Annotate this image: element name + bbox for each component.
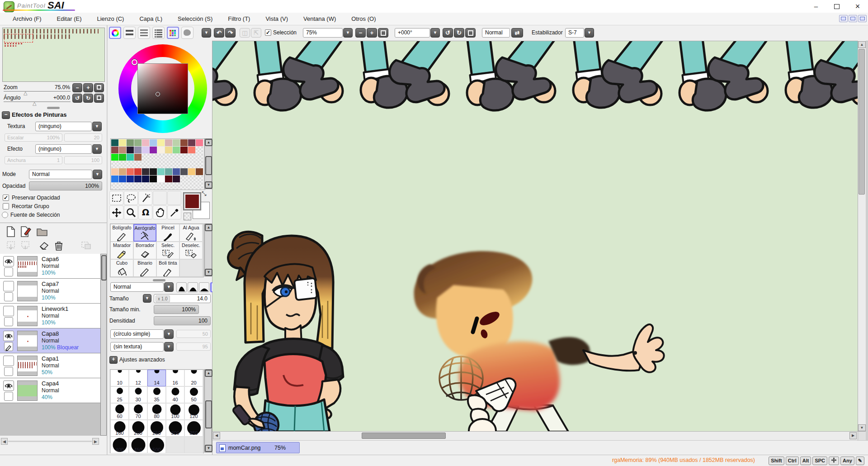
window-layout-button-3[interactable] [858, 15, 867, 22]
brush-shape-select[interactable]: (círculo simple) [110, 329, 164, 339]
swatch-3-8[interactable] [173, 161, 180, 168]
canvas-horizontal-scrollbar[interactable] [212, 431, 858, 440]
brush-shape-select-arrow[interactable]: ▼ [164, 329, 174, 339]
layer-row-capa8[interactable]: Capa8Normal100% Bloquear [0, 328, 100, 353]
brush-size-350[interactable]: 350 [184, 420, 203, 437]
brush-tip-shape-1[interactable] [176, 282, 187, 292]
swatch-4-0[interactable] [111, 168, 118, 175]
layers-scroll-right-arrow[interactable]: ▶ [92, 438, 99, 445]
swatch-2-5[interactable] [150, 154, 157, 161]
layer-row-capa4[interactable]: Capa4Normal40% [0, 378, 100, 403]
brush-size-25[interactable]: 25 [110, 386, 129, 403]
lasso-tool[interactable] [124, 191, 138, 205]
swap-colors-icon[interactable]: ⤡ [202, 190, 206, 197]
flip-horizontal-button[interactable]: ⇄ [511, 28, 523, 38]
navigator-rotate-ccw-button[interactable]: ↺ [72, 94, 82, 103]
effect-select[interactable]: (ninguno) [35, 144, 92, 154]
zoom-tool[interactable] [124, 205, 138, 219]
swatch-3-1[interactable] [119, 161, 126, 168]
swatch-0-10[interactable] [188, 139, 195, 146]
swatch-2-11[interactable] [196, 154, 203, 161]
layers-vertical-scrollbar[interactable] [100, 254, 107, 436]
swatch-6-6[interactable] [157, 183, 165, 190]
swatch-5-8[interactable] [173, 176, 180, 182]
clear-layer-icon[interactable] [38, 240, 50, 251]
swatch-5-9[interactable] [180, 176, 188, 182]
swatch-2-6[interactable] [157, 154, 165, 161]
brush-selec-[interactable]: Selec.S [156, 242, 179, 259]
swatch-3-4[interactable] [142, 161, 149, 168]
menu-vista[interactable]: Vista (V) [265, 15, 288, 22]
swatch-1-9[interactable] [180, 147, 188, 153]
brush-blend-select-arrow[interactable]: ▼ [164, 282, 174, 292]
layer-visibility-toggle[interactable] [3, 281, 14, 291]
menu-filtro[interactable]: Filtro (T) [228, 15, 250, 22]
swatch-1-2[interactable] [127, 147, 134, 153]
swatch-5-6[interactable] [157, 176, 165, 182]
minimize-button[interactable]: – [806, 0, 826, 13]
swatch-6-2[interactable] [127, 183, 134, 190]
brush-size-200[interactable]: 200 [129, 420, 147, 437]
swatch-1-6[interactable] [157, 147, 165, 153]
hue-ring-marker[interactable] [132, 59, 137, 65]
paint-effects-collapse-button[interactable]: − [2, 111, 10, 119]
swatch-3-0[interactable] [111, 161, 118, 168]
menu-editar[interactable]: Editar (E) [57, 15, 82, 22]
swatch-0-4[interactable] [142, 139, 149, 146]
texture-select[interactable]: (ninguno) [35, 122, 92, 131]
brush-boli-grafo[interactable]: Bolígrafo [110, 224, 133, 242]
drawing-canvas[interactable] [212, 41, 858, 432]
hand-tool[interactable] [153, 205, 167, 219]
swatch-4-1[interactable] [119, 168, 126, 175]
swatch-2-7[interactable] [165, 154, 172, 161]
swatch-6-3[interactable] [134, 183, 142, 190]
selection-source-radio[interactable] [2, 212, 8, 218]
menu-capa[interactable]: Capa (L) [139, 15, 162, 22]
swatch-1-3[interactable] [134, 147, 142, 153]
scroll-left-arrow[interactable]: ◀ [213, 432, 220, 439]
primary-color-swatch[interactable] [184, 193, 201, 210]
swatch-6-4[interactable] [142, 183, 149, 190]
clipping-group-checkbox[interactable] [3, 203, 9, 209]
swatch-0-11[interactable] [196, 139, 203, 146]
navigator-rotate-cw-button[interactable]: ↻ [83, 94, 93, 103]
zoom-reset-button[interactable] [378, 28, 388, 38]
swatch-0-9[interactable] [180, 139, 188, 146]
zoom-select-arrow[interactable]: ▼ [343, 28, 353, 38]
brush-size-300[interactable]: 300 [166, 420, 184, 437]
swatch-0-2[interactable] [127, 139, 134, 146]
angle-reset-button[interactable] [465, 28, 476, 38]
zoom-slider-handle[interactable]: △ [24, 90, 27, 96]
layer-extra-toggle[interactable] [4, 342, 13, 351]
swatch-6-0[interactable] [111, 183, 118, 190]
swatch-0-8[interactable] [173, 139, 180, 146]
brush-size-16[interactable]: 16 [166, 370, 184, 386]
swatch-3-6[interactable] [157, 161, 165, 168]
menu-lienzo[interactable]: Lienzo (C) [97, 15, 124, 22]
swatch-6-10[interactable] [188, 183, 195, 190]
brush-size-250[interactable]: 250 [147, 420, 166, 437]
scroll-down-arrow[interactable]: ▼ [858, 424, 866, 431]
advanced-settings-expand-button[interactable]: + [109, 356, 118, 364]
swatch-3-5[interactable] [150, 161, 157, 168]
selection-checkbox[interactable]: ✓ [265, 29, 271, 36]
swatch-2-8[interactable] [173, 154, 180, 161]
brush-size-60[interactable]: 60 [110, 403, 129, 420]
swatch-6-7[interactable] [165, 183, 172, 190]
brush-size-40[interactable]: 40 [166, 386, 184, 403]
brush-size-70[interactable]: 70 [129, 403, 147, 420]
stabilizer-select-arrow[interactable]: ▼ [585, 28, 594, 38]
swatch-5-11[interactable] [196, 176, 203, 182]
swatch-3-3[interactable] [134, 161, 142, 168]
brush-size-400[interactable]: 400 [110, 437, 129, 453]
swatch-1-0[interactable] [111, 147, 118, 153]
new-folder-icon[interactable] [36, 227, 48, 238]
canvas-blend-select[interactable]: Normal [482, 28, 510, 38]
swatch-scrollbar[interactable]: ▲ ▼ [204, 138, 212, 189]
mixer-panel-icon[interactable] [123, 27, 136, 39]
swatch-5-1[interactable] [119, 176, 126, 182]
layer-visibility-toggle[interactable] [3, 356, 14, 366]
scroll-up-arrow[interactable]: ▲ [858, 41, 866, 48]
swatch-4-11[interactable] [196, 168, 203, 175]
size-grid-scrollbar[interactable]: ▲ ▼ [204, 369, 212, 452]
